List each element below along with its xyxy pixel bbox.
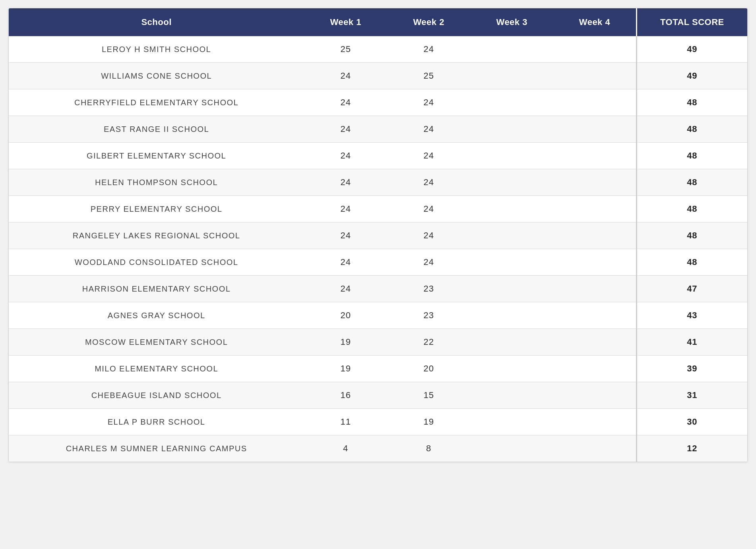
week1-cell: 24 [304, 63, 387, 89]
table-row: PERRY ELEMENTARY SCHOOL242448 [9, 196, 747, 222]
week2-cell: 15 [387, 382, 470, 409]
school-header: School [9, 8, 304, 36]
table-row: MOSCOW ELEMENTARY SCHOOL192241 [9, 329, 747, 356]
table-row: GILBERT ELEMENTARY SCHOOL242448 [9, 143, 747, 169]
school-cell: ELLA P BURR SCHOOL [9, 409, 304, 435]
total-cell: 48 [636, 169, 747, 196]
week4-cell [553, 435, 636, 462]
table-row: CHARLES M SUMNER LEARNING CAMPUS4812 [9, 435, 747, 462]
table-row: HELEN THOMPSON SCHOOL242448 [9, 169, 747, 196]
week2-cell: 23 [387, 302, 470, 329]
table-row: ELLA P BURR SCHOOL111930 [9, 409, 747, 435]
week3-cell [470, 329, 553, 356]
total-cell: 12 [636, 435, 747, 462]
week3-cell [470, 36, 553, 63]
week2-cell: 8 [387, 435, 470, 462]
school-cell: CHERRYFIELD ELEMENTARY SCHOOL [9, 89, 304, 116]
week2-cell: 24 [387, 222, 470, 249]
week3-cell [470, 302, 553, 329]
week2-cell: 24 [387, 36, 470, 63]
week4-cell [553, 169, 636, 196]
week3-cell [470, 435, 553, 462]
week2-cell: 24 [387, 249, 470, 276]
week3-cell [470, 382, 553, 409]
week4-cell [553, 356, 636, 382]
scores-table-container: School Week 1 Week 2 Week 3 Week 4 TOTAL… [8, 8, 748, 462]
week2-cell: 23 [387, 276, 470, 302]
week4-header: Week 4 [553, 8, 636, 36]
week4-cell [553, 302, 636, 329]
total-cell: 49 [636, 36, 747, 63]
week4-cell [553, 143, 636, 169]
table-row: CHEBEAGUE ISLAND SCHOOL161531 [9, 382, 747, 409]
week1-cell: 24 [304, 276, 387, 302]
school-cell: WILLIAMS CONE SCHOOL [9, 63, 304, 89]
week4-cell [553, 196, 636, 222]
total-cell: 48 [636, 196, 747, 222]
table-body: LEROY H SMITH SCHOOL252449WILLIAMS CONE … [9, 36, 747, 462]
week1-cell: 11 [304, 409, 387, 435]
week4-cell [553, 36, 636, 63]
scores-table: School Week 1 Week 2 Week 3 Week 4 TOTAL… [9, 8, 747, 462]
week4-cell [553, 276, 636, 302]
total-cell: 48 [636, 89, 747, 116]
week2-cell: 20 [387, 356, 470, 382]
total-cell: 48 [636, 222, 747, 249]
week3-cell [470, 143, 553, 169]
total-cell: 39 [636, 356, 747, 382]
week1-cell: 24 [304, 222, 387, 249]
school-cell: EAST RANGE II SCHOOL [9, 116, 304, 143]
week4-cell [553, 382, 636, 409]
total-cell: 48 [636, 143, 747, 169]
table-header-row: School Week 1 Week 2 Week 3 Week 4 TOTAL… [9, 8, 747, 36]
school-cell: CHARLES M SUMNER LEARNING CAMPUS [9, 435, 304, 462]
week1-cell: 24 [304, 143, 387, 169]
school-cell: HARRISON ELEMENTARY SCHOOL [9, 276, 304, 302]
week2-cell: 19 [387, 409, 470, 435]
total-cell: 49 [636, 63, 747, 89]
week4-cell [553, 63, 636, 89]
week3-cell [470, 276, 553, 302]
week1-cell: 4 [304, 435, 387, 462]
school-cell: CHEBEAGUE ISLAND SCHOOL [9, 382, 304, 409]
week2-header: Week 2 [387, 8, 470, 36]
week1-cell: 24 [304, 169, 387, 196]
total-cell: 47 [636, 276, 747, 302]
week4-cell [553, 329, 636, 356]
table-row: WOODLAND CONSOLIDATED SCHOOL242448 [9, 249, 747, 276]
week2-cell: 24 [387, 196, 470, 222]
week3-cell [470, 409, 553, 435]
week4-cell [553, 116, 636, 143]
week4-cell [553, 222, 636, 249]
school-cell: AGNES GRAY SCHOOL [9, 302, 304, 329]
week1-cell: 20 [304, 302, 387, 329]
week3-cell [470, 89, 553, 116]
week3-cell [470, 356, 553, 382]
total-score-header: TOTAL SCORE [636, 8, 747, 36]
table-row: LEROY H SMITH SCHOOL252449 [9, 36, 747, 63]
table-row: CHERRYFIELD ELEMENTARY SCHOOL242448 [9, 89, 747, 116]
week3-cell [470, 169, 553, 196]
school-cell: WOODLAND CONSOLIDATED SCHOOL [9, 249, 304, 276]
school-cell: MOSCOW ELEMENTARY SCHOOL [9, 329, 304, 356]
school-cell: LEROY H SMITH SCHOOL [9, 36, 304, 63]
week3-cell [470, 116, 553, 143]
week1-cell: 25 [304, 36, 387, 63]
week2-cell: 24 [387, 116, 470, 143]
week4-cell [553, 89, 636, 116]
week2-cell: 24 [387, 143, 470, 169]
week4-cell [553, 249, 636, 276]
week3-cell [470, 249, 553, 276]
total-cell: 41 [636, 329, 747, 356]
week4-cell [553, 409, 636, 435]
week2-cell: 24 [387, 169, 470, 196]
week3-cell [470, 222, 553, 249]
week1-cell: 24 [304, 116, 387, 143]
week1-cell: 24 [304, 196, 387, 222]
school-cell: PERRY ELEMENTARY SCHOOL [9, 196, 304, 222]
week2-cell: 22 [387, 329, 470, 356]
week2-cell: 25 [387, 63, 470, 89]
week1-cell: 16 [304, 382, 387, 409]
table-row: AGNES GRAY SCHOOL202343 [9, 302, 747, 329]
total-cell: 30 [636, 409, 747, 435]
